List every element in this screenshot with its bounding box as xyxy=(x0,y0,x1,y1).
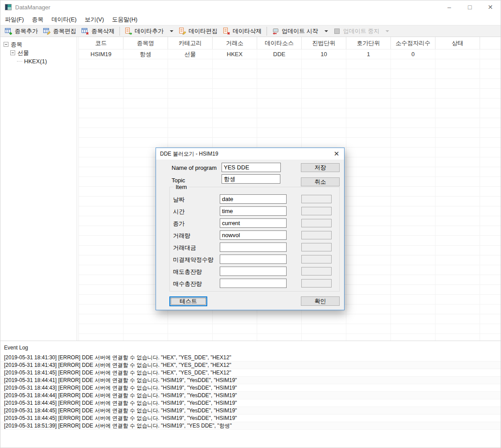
table-cell xyxy=(391,255,435,265)
table-cell xyxy=(480,108,501,118)
table-cell xyxy=(391,79,435,88)
table-row[interactable]: HSIM19항셍선물HKEXDDE1010 xyxy=(79,49,501,59)
menu-item-view[interactable]: 보기(V) xyxy=(81,14,108,25)
table-cell: 10 xyxy=(302,49,346,59)
event-log-panel: Event Log [2019-05-31 18:41:30] [ERROR] … xyxy=(0,341,501,448)
symbol-tree: 종목선물HKEX(1) xyxy=(0,37,77,341)
table-cell xyxy=(346,69,391,78)
table-cell xyxy=(435,236,480,245)
table-cell xyxy=(257,314,302,324)
table-cell xyxy=(346,167,391,177)
event-log-title: Event Log xyxy=(0,341,501,354)
table-cell xyxy=(346,216,391,226)
column-header[interactable]: 거래소 xyxy=(213,37,257,49)
table-cell xyxy=(123,69,168,78)
dialog-close-icon[interactable]: ✕ xyxy=(329,148,344,160)
tree-item-futures[interactable]: 선물 xyxy=(0,49,77,57)
column-header[interactable]: 데이타소스 xyxy=(257,37,302,49)
table-cell xyxy=(435,128,480,137)
open-interest-input[interactable] xyxy=(220,255,287,264)
menu-item-file[interactable]: 파일(F) xyxy=(1,14,28,25)
log-entry[interactable]: [2019-05-31 18:44:44] [ERROR] DDE 서버에 연결… xyxy=(0,392,501,399)
log-entry[interactable]: [2019-05-31 18:51:39] [ERROR] DDE 서버에 연결… xyxy=(0,422,501,430)
maximize-button[interactable]: □ xyxy=(460,0,480,14)
topic-input[interactable] xyxy=(222,174,280,184)
chevron-down-icon[interactable] xyxy=(170,30,173,32)
delete-symbol-button[interactable]: 종목삭제 xyxy=(79,26,117,37)
table-empty-row xyxy=(79,334,501,341)
volume-input[interactable] xyxy=(220,230,287,240)
edit-symbol-button[interactable]: 종목편집 xyxy=(41,26,79,37)
date-input[interactable] xyxy=(220,194,287,204)
table-cell xyxy=(302,334,346,341)
collapse-expander-icon[interactable] xyxy=(4,42,8,47)
close-button[interactable]: ✕ xyxy=(480,0,501,14)
log-entry[interactable]: [2019-05-31 18:41:45] [ERROR] DDE 서버에 연결… xyxy=(0,369,501,377)
tree-item-hkex[interactable]: HKEX(1) xyxy=(0,57,77,66)
test-button[interactable]: 테스트 xyxy=(169,296,207,306)
column-header[interactable]: 코드 xyxy=(79,37,123,49)
delete-data-button-label: 데이타삭제 xyxy=(233,27,262,35)
menu-item-help[interactable]: 도움말(H) xyxy=(108,14,141,25)
table-cell xyxy=(391,148,435,157)
column-header[interactable]: 종목명 xyxy=(123,37,168,49)
table-cell xyxy=(480,304,501,314)
start-update-button[interactable]: 업데이트 시작 xyxy=(269,26,331,37)
minimize-button[interactable]: – xyxy=(439,0,460,14)
table-cell xyxy=(480,99,501,108)
table-cell xyxy=(346,128,391,137)
table-cell xyxy=(123,59,168,69)
table-cell xyxy=(346,59,391,69)
table-cell xyxy=(257,108,302,118)
column-header[interactable]: 호가단위 xyxy=(346,37,391,49)
table-cell xyxy=(391,99,435,108)
add-symbol-button[interactable]: 종목추가 xyxy=(2,26,41,37)
table-cell xyxy=(79,108,123,118)
column-header[interactable]: 상태 xyxy=(435,37,480,49)
chevron-down-icon[interactable] xyxy=(324,30,328,32)
table-cell xyxy=(391,275,435,284)
table-cell xyxy=(213,118,257,127)
tree-item-symbols[interactable]: 종목 xyxy=(0,40,77,49)
bid-total-input[interactable] xyxy=(220,279,287,288)
column-header[interactable]: 카테고리 xyxy=(168,37,213,49)
table-cell xyxy=(480,295,501,304)
time-input[interactable] xyxy=(220,206,287,216)
ok-button[interactable]: 확인 xyxy=(301,296,340,306)
column-header[interactable]: 진법단위 xyxy=(302,37,346,49)
log-entry[interactable]: [2019-05-31 18:44:45] [ERROR] DDE 서버에 연결… xyxy=(0,415,501,422)
table-cell xyxy=(79,59,123,69)
log-entry[interactable]: [2019-05-31 18:44:45] [ERROR] DDE 서버에 연결… xyxy=(0,399,501,407)
save-button[interactable]: 저장 xyxy=(301,163,340,172)
toolbar-separator xyxy=(267,27,267,36)
amount-input[interactable] xyxy=(220,242,287,252)
table-cell xyxy=(79,99,123,108)
ask-total-input[interactable] xyxy=(220,267,287,276)
table-cell xyxy=(346,334,391,341)
collapse-expander-icon[interactable] xyxy=(10,50,15,55)
add-data-button[interactable]: 데이타추가 xyxy=(122,26,176,37)
table-cell xyxy=(346,324,391,333)
close-input[interactable] xyxy=(220,218,287,228)
table-cell xyxy=(346,275,391,284)
column-header[interactable]: 소수점자리수 xyxy=(391,37,435,49)
table-cell xyxy=(79,295,123,304)
table-delete-icon xyxy=(82,28,89,35)
table-cell xyxy=(79,314,123,324)
table-cell xyxy=(346,177,391,186)
menu-item-symbol[interactable]: 종목 xyxy=(28,14,48,25)
log-entry[interactable]: [2019-05-31 18:41:30] [ERROR] DDE 서버에 연결… xyxy=(0,354,501,362)
menu-item-data[interactable]: 데이타(E) xyxy=(48,14,81,25)
delete-data-button[interactable]: 데이타삭제 xyxy=(220,26,264,37)
table-cell xyxy=(257,59,302,69)
edit-data-button[interactable]: 데이타편집 xyxy=(176,26,220,37)
table-cell xyxy=(257,128,302,137)
table-cell xyxy=(391,314,435,324)
log-entry[interactable]: [2019-05-31 18:44:45] [ERROR] DDE 서버에 연결… xyxy=(0,407,501,415)
log-entry[interactable]: [2019-05-31 18:41:43] [ERROR] DDE 서버에 연결… xyxy=(0,362,501,369)
cancel-button[interactable]: 취소 xyxy=(301,177,340,186)
program-input[interactable] xyxy=(222,163,281,172)
table-cell xyxy=(435,304,480,314)
log-entry[interactable]: [2019-05-31 18:44:41] [ERROR] DDE 서버에 연결… xyxy=(0,377,501,384)
log-entry[interactable]: [2019-05-31 18:44:43] [ERROR] DDE 서버에 연결… xyxy=(0,384,501,392)
